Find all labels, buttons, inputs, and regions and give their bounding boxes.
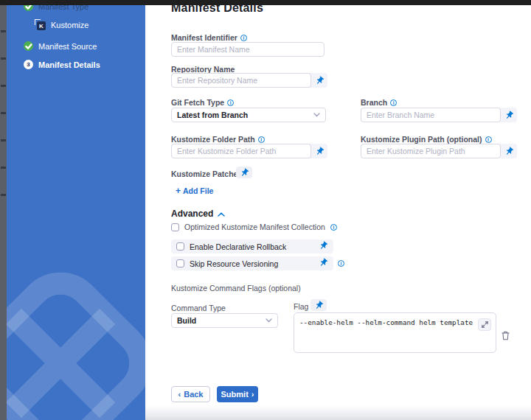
advanced-section-toggle[interactable]: Advanced — [171, 209, 225, 219]
step-label: Manifest Source — [38, 42, 97, 51]
plus-icon: + — [176, 186, 181, 196]
kustomize-folder-path-input[interactable] — [171, 144, 311, 158]
chevron-up-icon — [218, 209, 225, 219]
kustomize-plugin-path-label: Kustomize Plugin Path (optional) i — [361, 135, 492, 144]
submit-button[interactable]: Submit › — [217, 386, 258, 402]
expand-editor-icon[interactable] — [478, 318, 491, 331]
runtime-input-pin-icon[interactable] — [311, 76, 327, 85]
wizard-step-manifest-details[interactable]: 3 Manifest Details — [24, 60, 100, 69]
skip-resource-versioning-checkbox[interactable] — [176, 259, 184, 267]
step-complete-check-icon — [24, 5, 33, 11]
command-type-label: Command Type — [171, 304, 226, 312]
flag-input[interactable]: --enable-helm --helm-command helm templa… — [294, 313, 496, 352]
declarative-rollback-checkbox[interactable] — [176, 242, 184, 251]
manifest-details-form: Manifest Details Manifest Identifier i R… — [145, 5, 531, 420]
chevron-down-icon — [266, 318, 272, 323]
skip-resource-versioning-row: Skip Resource Versioning — [171, 256, 333, 270]
wizard-substep-kustomize[interactable]: K Kustomize — [35, 19, 88, 30]
repository-name-input[interactable] — [171, 73, 311, 88]
runtime-input-pin-button[interactable] — [310, 299, 327, 311]
git-fetch-type-select[interactable]: Latest from Branch — [171, 108, 326, 122]
git-fetch-type-label: Git Fetch Type i — [171, 98, 234, 107]
optimized-kustomize-row: Optimized Kustomize Manifest Collection … — [171, 223, 337, 231]
info-icon[interactable]: i — [240, 35, 247, 41]
step-label: Kustomize — [51, 21, 88, 29]
wizard-sidebar: Manifest Type K Kustomize Manifest Sourc… — [7, 5, 145, 420]
info-icon[interactable]: i — [330, 224, 337, 231]
info-icon[interactable]: i — [258, 136, 265, 143]
runtime-input-pin-icon[interactable] — [501, 111, 517, 120]
info-icon[interactable]: i — [390, 99, 397, 106]
info-icon[interactable]: i — [227, 99, 234, 106]
runtime-input-pin-button[interactable] — [236, 167, 252, 178]
runtime-input-pin-icon[interactable] — [319, 258, 328, 269]
branch-input[interactable] — [361, 108, 501, 122]
branch-field — [361, 108, 517, 122]
info-icon[interactable]: i — [338, 260, 344, 267]
branch-label: Branch i — [361, 98, 397, 107]
dimmed-background-strip — [0, 5, 7, 420]
runtime-input-pin-icon[interactable] — [319, 241, 328, 252]
flag-value-editor: --enable-helm --helm-command helm templa… — [294, 312, 496, 353]
declarative-rollback-row: Enable Declarative Rollback — [171, 239, 333, 253]
wizard-step-manifest-source[interactable]: Manifest Source — [24, 41, 97, 51]
step-number-badge: 3 — [24, 60, 33, 69]
wizard-step-manifest-type[interactable]: Manifest Type — [24, 5, 88, 11]
optimized-kustomize-checkbox[interactable] — [171, 223, 179, 231]
step-complete-check-icon — [24, 41, 33, 51]
delete-command-flag-icon[interactable] — [502, 330, 510, 343]
kustomize-logo-icon: K — [35, 19, 46, 30]
chevron-down-icon — [313, 113, 320, 117]
kustomize-plugin-path-input[interactable] — [361, 144, 501, 158]
command-flags-section-label: Kustomize Command Flags (optional) — [171, 284, 301, 293]
step-label: Manifest Type — [38, 5, 88, 11]
manifest-identifier-input[interactable] — [171, 42, 324, 57]
step-label: Manifest Details — [38, 60, 100, 69]
repository-name-field — [171, 73, 327, 88]
flag-label: Flag — [294, 302, 308, 311]
kustomize-plugin-path-field — [361, 144, 517, 158]
runtime-input-pin-icon[interactable] — [311, 147, 327, 156]
top-window-bar — [0, 0, 531, 5]
back-button[interactable]: ‹ Back — [171, 386, 210, 402]
chevron-left-icon: ‹ — [178, 390, 181, 399]
manifest-details-drawer: Manifest Type K Kustomize Manifest Sourc… — [0, 0, 531, 420]
bottom-scroll-fade — [145, 405, 531, 420]
kustomize-folder-path-label: Kustomize Folder Path i — [171, 135, 265, 144]
harness-watermark-logo — [7, 264, 145, 420]
info-icon[interactable]: i — [485, 136, 492, 143]
kustomize-folder-path-field — [171, 144, 327, 158]
runtime-input-pin-icon[interactable] — [501, 147, 517, 156]
command-type-select[interactable]: Build — [171, 313, 278, 328]
add-file-button[interactable]: + Add File — [176, 186, 213, 196]
chevron-right-icon: › — [251, 390, 254, 399]
manifest-identifier-label: Manifest Identifier i — [171, 33, 247, 42]
